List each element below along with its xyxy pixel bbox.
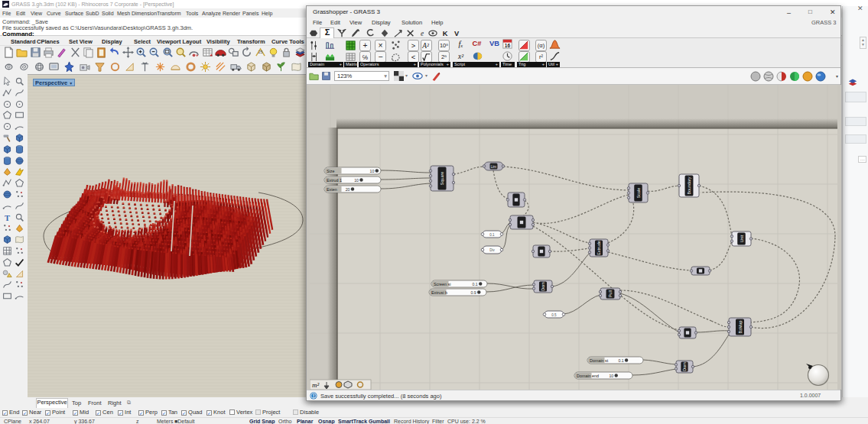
svg-text:0.9: 0.9 [471, 290, 476, 295]
svg-text:0.1: 0.1 [473, 282, 478, 286]
svg-text:BzMap: BzMap [738, 321, 743, 334]
svg-text:10: 10 [370, 169, 375, 173]
svg-text:V: V [454, 30, 460, 37]
svg-text:Domain end: Domain end [577, 374, 599, 378]
svg-text:Screen si: Screen si [434, 282, 450, 286]
svg-text:Domain st: Domain st [590, 358, 609, 363]
svg-text:℅: ℅ [362, 53, 368, 61]
svg-text:Size: Size [327, 169, 335, 173]
svg-text:Lim: Lim [491, 165, 497, 169]
svg-text:T: T [5, 213, 10, 222]
svg-text:Extrud 1: Extrud 1 [327, 178, 342, 183]
svg-text:x²: x² [457, 53, 463, 60]
svg-text:!: ! [313, 393, 314, 399]
svg-text:Scale: Scale [636, 188, 641, 199]
svg-text:m²: m² [312, 381, 319, 389]
svg-text:Dom: Dom [682, 362, 687, 371]
svg-text:Square: Square [440, 172, 444, 185]
svg-text:0.1: 0.1 [618, 358, 623, 363]
svg-text:Extrude: Extrude [597, 241, 601, 255]
svg-text:×: × [378, 41, 382, 50]
svg-text:Div: Div [489, 248, 495, 252]
svg-text:r²: r² [539, 53, 543, 60]
svg-text:Boundary: Boundary [687, 176, 691, 194]
svg-text:K: K [443, 30, 448, 37]
svg-text:(α): (α) [538, 42, 545, 49]
svg-text:0.1: 0.1 [489, 233, 495, 237]
svg-text:<: < [411, 53, 416, 61]
svg-text:10ⁿ: 10ⁿ [440, 42, 448, 49]
svg-text:Pull: Pull [608, 290, 613, 297]
svg-text:Exten: Exten [327, 187, 337, 192]
svg-text:−: − [378, 53, 382, 61]
svg-text:Unit: Unit [740, 235, 744, 242]
svg-text:Dom: Dom [541, 282, 545, 291]
svg-text:25: 25 [258, 50, 262, 54]
svg-text:10: 10 [354, 178, 359, 183]
svg-text:0.5: 0.5 [551, 313, 557, 317]
svg-text:2ⁿ: 2ⁿ [441, 53, 447, 60]
svg-text:e: e [421, 30, 424, 37]
svg-text:20: 20 [346, 187, 350, 192]
svg-text:Extrusi b: Extrusi b [431, 290, 447, 295]
svg-text:16: 16 [505, 43, 511, 48]
svg-text:A²: A² [421, 42, 429, 50]
svg-text:fₓ: fₓ [459, 40, 463, 48]
svg-text:C#: C# [473, 40, 483, 47]
svg-text:+: + [362, 41, 367, 50]
svg-text:VB: VB [489, 40, 499, 47]
svg-text:>: > [411, 42, 416, 50]
svg-text:10: 10 [609, 374, 613, 378]
